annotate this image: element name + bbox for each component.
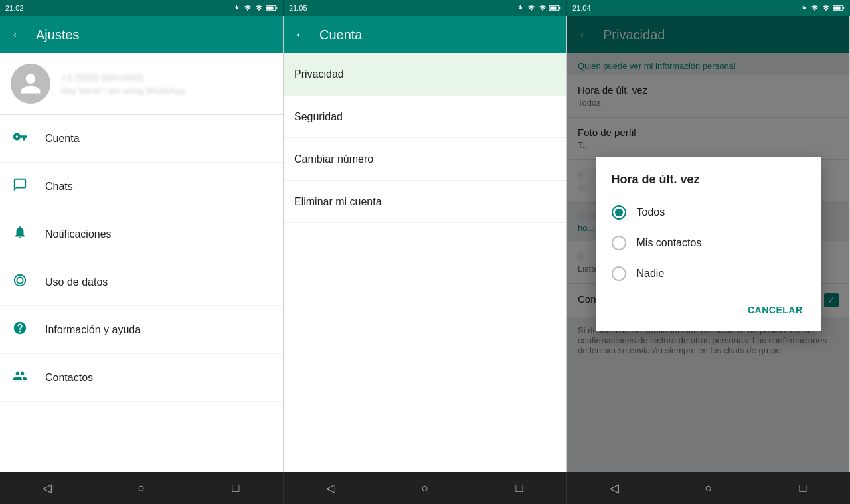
list-item-privacidad[interactable]: Privacidad [284,53,566,96]
menu-item-contactos[interactable]: Contactos [0,354,283,402]
back-button-ajustes[interactable]: ← [11,26,25,43]
bell-icon [11,225,29,244]
svg-rect-2 [276,7,277,9]
menu-label-chats: Chats [45,181,73,193]
menu-item-uso[interactable]: Uso de datos [0,258,283,306]
menu-label-contactos: Contactos [45,372,93,384]
toolbar-title-cuenta: Cuenta [319,27,363,42]
menu-label-cuenta: Cuenta [45,133,80,145]
status-time-right: 21:04 [572,4,591,12]
profile-section[interactable]: +1 (555) 000-0000 Hey there! I am using … [0,53,283,115]
radio-nadie[interactable] [612,266,626,281]
back-button-cuenta[interactable]: ← [294,26,309,43]
list-label-privacidad: Privacidad [294,68,344,80]
cancel-button[interactable]: CANCELAR [740,299,811,321]
status-time-left: 21:02 [5,4,24,12]
back-nav-right[interactable]: ◁ [601,475,628,501]
list-item-seguridad[interactable]: Seguridad [284,96,566,138]
help-icon [11,321,29,339]
home-nav-right[interactable]: ○ [695,475,722,501]
status-bar-left: 21:02 [0,0,284,16]
status-icons-right [800,3,845,13]
recent-nav-right[interactable]: □ [790,475,816,501]
dialog-overlay: Hora de últ. vez Todos Mis contactos N [567,16,849,472]
panel-ajustes: ← Ajustes +1 (555) 000-0000 Hey there! I… [0,16,284,472]
status-bar-right: 21:04 [567,0,850,16]
recent-nav-left[interactable]: □ [222,475,249,501]
radio-todos-inner [615,209,623,216]
nav-bar-left: ◁ ○ □ [0,472,284,504]
svg-rect-7 [833,6,841,9]
profile-phone: +1 (555) 000-0000 [61,72,272,83]
status-time-mid: 21:05 [289,4,307,12]
menu-label-info: Información y ayuda [45,324,141,336]
toolbar-ajustes: ← Ajustes [0,16,283,53]
recent-nav-mid[interactable]: □ [506,475,533,501]
dialog-option-todos[interactable]: Todos [596,197,821,228]
dialog-title: Hora de últ. vez [596,173,821,197]
chat-icon [11,177,29,196]
data-icon [11,273,29,292]
panel-cuenta: ← Cuenta Privacidad Seguridad Cambiar nú… [284,16,567,472]
toolbar-title-ajustes: Ajustes [36,27,80,42]
profile-info: +1 (555) 000-0000 Hey there! I am using … [61,72,272,96]
back-nav-mid[interactable]: ◁ [317,475,344,501]
dialog-actions: CANCELAR [596,294,821,326]
menu-item-info[interactable]: Información y ayuda [0,306,283,354]
svg-rect-1 [266,6,274,9]
status-bar-mid: 21:05 [284,0,567,16]
contacts-icon [11,369,29,387]
dialog-option-nadie[interactable]: Nadie [596,258,821,289]
radio-mis-contactos[interactable] [612,236,626,250]
menu-label-notificaciones: Notificaciones [45,228,112,240]
back-nav-left[interactable]: ◁ [34,475,60,501]
svg-rect-8 [843,7,844,9]
key-icon [11,129,29,148]
list-label-eliminar: Eliminar mi cuenta [294,196,382,208]
menu-label-uso: Uso de datos [45,276,108,288]
list-item-eliminar[interactable]: Eliminar mi cuenta [284,181,566,223]
home-nav-mid[interactable]: ○ [412,475,438,501]
menu-item-notificaciones[interactable]: Notificaciones [0,210,283,258]
toolbar-cuenta: ← Cuenta [284,16,566,53]
menu-item-cuenta[interactable]: Cuenta [0,115,283,163]
home-nav-left[interactable]: ○ [128,475,155,501]
svg-rect-4 [550,6,557,9]
radio-todos[interactable] [612,205,626,220]
list-item-cambiar[interactable]: Cambiar número [284,138,566,181]
dialog-option-todos-label: Todos [637,207,665,218]
menu-item-chats[interactable]: Chats [0,163,283,210]
dialog-option-mis-contactos-label: Mis contactos [637,237,702,249]
status-icons-mid [517,3,561,13]
profile-status: Hey there! I am using WhatsApp [61,86,272,96]
svg-rect-5 [559,7,560,9]
nav-bar-mid: ◁ ○ □ [284,472,567,504]
panel-privacidad: ← Privacidad Quién puede ver mi informac… [567,16,850,472]
dialog-option-mis-contactos[interactable]: Mis contactos [596,228,821,258]
avatar [11,64,50,104]
dialog-hora-vez: Hora de últ. vez Todos Mis contactos N [596,157,821,331]
list-label-cambiar: Cambiar número [294,153,373,165]
nav-bar-right: ◁ ○ □ [567,472,850,504]
status-icons-left [233,3,278,13]
list-label-seguridad: Seguridad [294,111,343,123]
dialog-option-nadie-label: Nadie [637,268,665,280]
